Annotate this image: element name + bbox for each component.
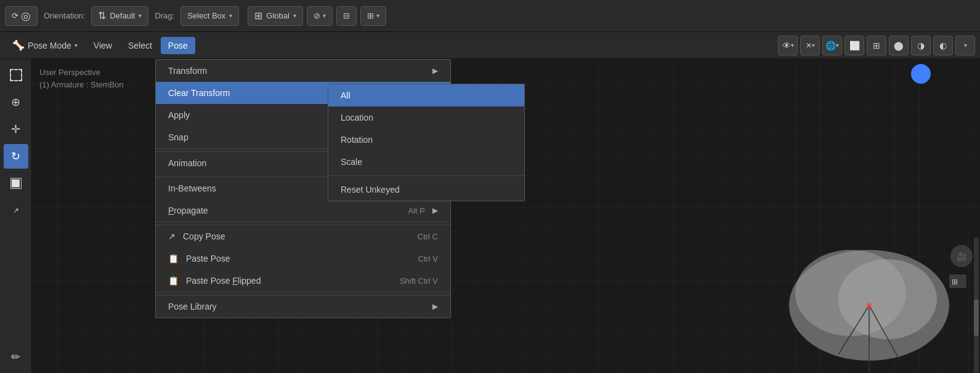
propagate-label: Propagate [168, 206, 208, 215]
menu-item-pose-mode[interactable]: 🦴 Pose Mode ▾ [5, 36, 85, 55]
extra-btn[interactable]: ⊞ ▾ [360, 6, 386, 26]
chevron-mode: ▾ [75, 42, 78, 49]
move-icon: ✛ [11, 122, 20, 136]
transform-sidebar-icon: ↗ [13, 206, 19, 215]
select-box-value: Select Box [187, 11, 225, 20]
more-display-btn[interactable]: ▾ [955, 36, 975, 55]
viewport-options-btn[interactable]: 👁 ▾ [778, 36, 798, 55]
stream-btn[interactable]: ⊟ [336, 6, 357, 26]
extra-icon: ⊞ [367, 11, 374, 20]
sidebar-icon-annotate[interactable]: ✏ [4, 345, 28, 369]
gizmo-icon: ✕ [806, 41, 812, 50]
submenu-arrow-transform: ▶ [432, 66, 438, 75]
rotate-icon: ↻ [11, 150, 20, 163]
pose-label: Pose [168, 41, 188, 50]
reset-unkeyed-label: Reset Unkeyed [341, 185, 400, 195]
transform-orientations-btn[interactable]: ⟳ ◎ [5, 6, 38, 26]
submenu-scale[interactable]: Scale [328, 151, 524, 173]
orientation-arrows-icon: ⇅ [98, 10, 106, 22]
pose-mode-label: Pose Mode [28, 41, 71, 50]
eye-icon: 👁 [782, 41, 791, 50]
animation-label: Animation [168, 158, 206, 168]
drag-label: Drag: [152, 11, 177, 20]
submenu-location[interactable]: Location [328, 106, 524, 129]
viewport-label: User Perspective (1) Armature : StemBon [39, 66, 124, 90]
propagate-shortcut: Alt P [408, 206, 425, 215]
global-dropdown[interactable]: ⊞ Global ▾ [248, 6, 303, 26]
submenu-arrow-library: ▶ [432, 302, 438, 311]
wire-btn[interactable]: ⊞ [867, 36, 886, 55]
orient-icon: ⟳ [12, 11, 18, 20]
orientation-dropdown[interactable]: ⇅ Default ▾ [91, 6, 148, 26]
render-view-btn[interactable]: ⬜ [844, 36, 864, 55]
svg-point-2 [838, 259, 937, 339]
drag-dropdown[interactable]: Select Box ▾ [180, 6, 239, 26]
chevron-down-icon5: ▾ [376, 12, 379, 19]
paste-pose-shortcut: Ctrl V [418, 254, 439, 263]
menu-item-pose[interactable]: Pose [161, 37, 195, 54]
submenu-reset-unkeyed[interactable]: Reset Unkeyed [328, 175, 524, 201]
submenu-rotation[interactable]: Rotation [328, 129, 524, 151]
svg-text:⊞: ⊞ [952, 278, 958, 286]
sidebar-icon-cursor[interactable]: ⊕ [4, 90, 28, 114]
overlay-icon: 🌐 [825, 41, 836, 50]
chevron-gizmo: ▾ [812, 42, 815, 49]
pose-menu-library[interactable]: Pose Library ▶ [156, 295, 450, 318]
global-icon: ⊞ [254, 10, 262, 22]
orient-icon2: ◎ [21, 9, 31, 23]
svg-text:🎥: 🎥 [957, 252, 968, 262]
rendered-btn[interactable]: ◐ [933, 36, 953, 55]
sidebar-icon-rotate[interactable]: ↻ [4, 144, 28, 169]
menu-bar-right: 👁 ▾ ✕ ▾ 🌐 ▾ ⬜ ⊞ ⬤ ◑ ◐ ▾ [778, 36, 975, 55]
chevron-down-icon: ▾ [139, 12, 142, 19]
submenu-arrow-propagate: ▶ [432, 206, 438, 215]
sidebar-icon-transform[interactable]: ↗ [4, 198, 28, 223]
menu-item-select[interactable]: Select [121, 37, 160, 54]
cursor-icon: ⊕ [11, 95, 20, 109]
sidebar-icon-scale[interactable]: ⬜ [4, 171, 28, 196]
all-label: All [341, 90, 350, 100]
clear-transform-submenu: All Location Rotation Scale Reset Unkeye… [328, 84, 525, 201]
pose-menu-propagate[interactable]: Propagate Alt P ▶ [156, 199, 450, 222]
sidebar-icon-select-box[interactable] [4, 63, 28, 87]
viewport-object: (1) Armature : StemBon [39, 79, 124, 91]
viewport[interactable]: User Perspective (1) Armature : StemBon … [32, 59, 980, 373]
chevron-down-icon3: ▾ [293, 12, 296, 19]
menu-item-view[interactable]: View [86, 37, 119, 54]
transform-label: Transform [168, 66, 207, 76]
solid-btn[interactable]: ⬤ [889, 36, 909, 55]
scale-label: Scale [341, 157, 362, 167]
sidebar-icon-move[interactable]: ✛ [4, 117, 28, 142]
copy-pose-label: Copy Pose [183, 231, 225, 241]
brain-3d-object: 🎥 ⊞ [746, 238, 980, 373]
pose-mode-icon: 🦴 [12, 39, 25, 51]
chevron-eye: ▾ [791, 42, 794, 49]
material-icon: ◑ [917, 41, 925, 50]
pose-menu-paste-flipped[interactable]: 📋 Paste Pose Flipped Shift Ctrl V [156, 270, 450, 292]
blue-circle-indicator [911, 64, 931, 84]
global-value: Global [266, 11, 290, 20]
overlay-btn[interactable]: 🌐 ▾ [822, 36, 842, 55]
gizmo-btn[interactable]: ✕ ▾ [800, 36, 820, 55]
in-betweens-label: In-Betweens [168, 183, 216, 193]
view-label: View [94, 41, 112, 50]
stream-icon: ⊟ [343, 11, 350, 20]
paste-pose-label: Paste Pose [186, 254, 230, 263]
select-label: Select [128, 41, 152, 50]
pose-menu-paste-pose[interactable]: 📋 Paste Pose Ctrl V [156, 247, 450, 270]
pose-menu-transform[interactable]: Transform ▶ [156, 60, 450, 82]
main-area: ⊕ ✛ ↻ ⬜ ↗ ✏ User Perspective (1) Armatur… [0, 59, 980, 373]
link-icon: ⊘ [314, 11, 320, 20]
snap-label: Snap [168, 132, 188, 142]
submenu-all[interactable]: All [328, 84, 524, 106]
orientation-value: Default [110, 11, 135, 20]
material-btn[interactable]: ◑ [911, 36, 931, 55]
pose-menu-copy-pose[interactable]: ↗ Copy Pose Ctrl C [156, 225, 450, 247]
chevron-down-icon4: ▾ [323, 12, 326, 19]
copy-pose-shortcut: Ctrl C [418, 232, 438, 241]
link-btn[interactable]: ⊘ ▾ [307, 6, 333, 26]
viewport-perspective: User Perspective [39, 66, 124, 79]
left-sidebar: ⊕ ✛ ↻ ⬜ ↗ ✏ [0, 59, 32, 373]
pencil-icon: ✏ [11, 350, 20, 364]
paste-pose-icon: 📋 [168, 254, 179, 263]
